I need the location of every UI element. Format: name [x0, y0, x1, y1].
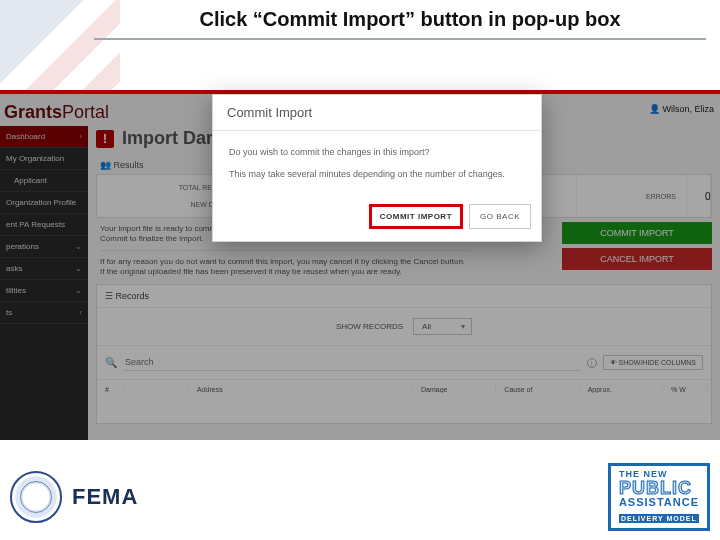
modal-line1: Do you wish to commit the changes in thi… [229, 145, 525, 159]
commit-import-modal: Commit Import Do you wish to commit the … [212, 94, 542, 242]
modal-footer: COMMIT IMPORT GO BACK [213, 196, 541, 241]
slide-title: Click “Commit Import” button in pop-up b… [0, 8, 720, 31]
slide-footer: FEMA THE NEW PUBLIC ASSISTANCE DELIVERY … [10, 460, 710, 534]
modal-go-back-button[interactable]: GO BACK [469, 204, 531, 229]
modal-commit-import-button[interactable]: COMMIT IMPORT [369, 204, 463, 229]
new-pa-delivery-model-logo: THE NEW PUBLIC ASSISTANCE DELIVERY MODEL [608, 463, 710, 531]
fema-wordmark: FEMA [72, 484, 138, 510]
modal-body: Do you wish to commit the changes in thi… [213, 131, 541, 196]
modal-line2: This may take several minutes depending … [229, 167, 525, 181]
screenshot-area: GrantsPortal 👤 Wilson, Eliza Dashboard› … [0, 90, 720, 440]
modal-title: Commit Import [213, 95, 541, 131]
fema-lockup: FEMA [10, 471, 138, 523]
dhs-seal-icon [10, 471, 62, 523]
title-rule [94, 38, 706, 40]
